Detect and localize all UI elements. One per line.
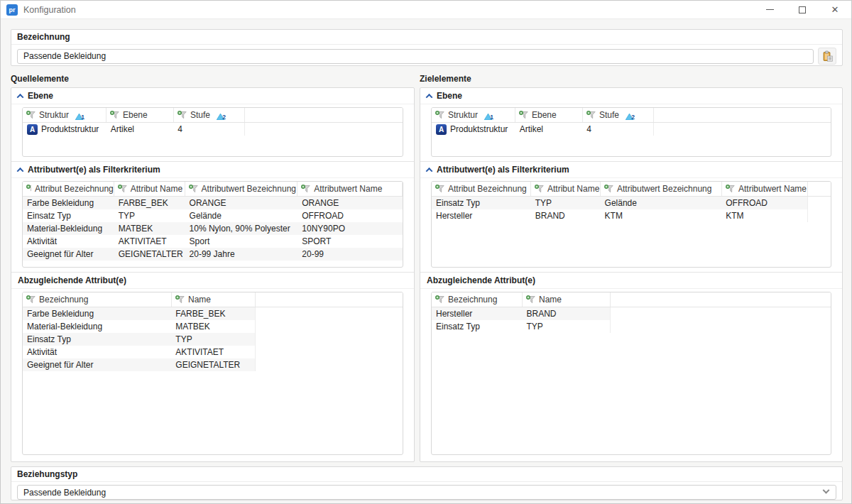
- column-header-attribut-name[interactable]: Attribut Name: [531, 182, 601, 196]
- column-header-attributwert-bezeichnung[interactable]: Attributwert Bezeichnung: [185, 182, 298, 196]
- source-panel: Ebene Struktur 1 Ebene: [11, 87, 415, 462]
- section-title: Abzugleichende Attribut(e): [18, 275, 126, 285]
- bezeichnung-groupbox: Bezeichnung Passende Bekleidung: [11, 29, 843, 66]
- section-title: Abzugleichende Attribut(e): [427, 275, 535, 285]
- column-label: Attributwert Name: [738, 184, 807, 194]
- filter-add-icon[interactable]: [526, 295, 535, 304]
- cell: KTM: [601, 211, 722, 221]
- column-header-ebene[interactable]: Ebene: [106, 108, 174, 122]
- column-label: Attribut Name: [131, 184, 182, 194]
- section-title: Ebene: [28, 91, 53, 101]
- table-row[interactable]: AProduktstruktur Artikel 4: [23, 123, 244, 136]
- paste-translation-button[interactable]: [818, 48, 836, 65]
- filter-add-icon[interactable]: [26, 185, 31, 193]
- cell: Geeignet für Alter: [23, 249, 114, 259]
- table-row[interactable]: AProduktstruktur Artikel 4: [432, 123, 653, 136]
- close-button[interactable]: ✕: [819, 1, 851, 18]
- beziehungstyp-label: Beziehungstyp: [11, 467, 842, 482]
- table-row[interactable]: Geeignet für Alter GEIGNETALTER 20-99 Ja…: [23, 248, 403, 261]
- column-label: Ebene: [532, 110, 557, 120]
- source-filter-header[interactable]: Attributwert(e) als Filterkriterium: [11, 162, 414, 178]
- filter-add-icon[interactable]: [435, 185, 444, 193]
- column-header-struktur[interactable]: Struktur 1: [23, 108, 106, 122]
- table-row[interactable]: Farbe Bekleidung FARBE_BEK ORANGE ORANGE: [23, 197, 403, 209]
- bezeichnung-input[interactable]: Passende Bekleidung: [17, 49, 814, 64]
- column-header-attributwert-name[interactable]: Attributwert Name: [722, 182, 808, 196]
- target-ebene-header[interactable]: Ebene: [420, 88, 842, 104]
- table-row[interactable]: Einsatz Typ TYP: [23, 333, 255, 346]
- cell: BRAND: [531, 211, 601, 221]
- minimize-button[interactable]: [753, 1, 786, 18]
- cell: 10NY90PO: [297, 224, 403, 234]
- filter-add-icon[interactable]: [435, 111, 444, 119]
- cell: SPORT: [297, 236, 403, 246]
- column-label: Bezeichnung: [39, 295, 88, 305]
- filter-add-icon[interactable]: [586, 111, 596, 119]
- column-label: Ebene: [123, 110, 148, 120]
- cell: Material-Bekleidung: [23, 322, 171, 332]
- column-header-attributwert-name[interactable]: Attributwert Name: [297, 182, 403, 196]
- table-row[interactable]: Einsatz Typ TYP: [432, 320, 610, 333]
- column-header-stufe[interactable]: Stufe 2: [583, 108, 654, 122]
- source-filter-table: Attribut Bezeichnung Attribut Name Attri…: [22, 181, 403, 268]
- table-row[interactable]: Einsatz Typ TYP Gelände OFFROAD: [432, 197, 807, 209]
- cell: Einsatz Typ: [23, 211, 114, 221]
- window-title: Konfiguration: [23, 5, 76, 15]
- filter-add-icon[interactable]: [26, 295, 36, 304]
- table-row[interactable]: Aktivität AKTIVITAET: [23, 346, 255, 358]
- chevron-down-icon: [823, 487, 830, 494]
- source-section-filter: Attributwert(e) als Filterkriterium Attr…: [11, 161, 414, 272]
- source-ebene-header[interactable]: Ebene: [11, 88, 414, 104]
- column-label: Struktur: [448, 110, 478, 120]
- column-header-stufe[interactable]: Stufe 2: [174, 108, 245, 122]
- column-header-attribut-bezeichnung[interactable]: Attribut Bezeichnung: [432, 182, 531, 196]
- cell-struktur: Produktstruktur: [41, 124, 99, 134]
- filter-add-icon[interactable]: [110, 111, 119, 119]
- cell: Hersteller: [432, 309, 522, 319]
- column-header-struktur[interactable]: Struktur 1: [432, 108, 515, 122]
- filter-add-icon[interactable]: [178, 111, 187, 119]
- title-bar: pr Konfiguration ✕: [1, 1, 851, 19]
- column-header-bezeichnung[interactable]: Bezeichnung: [432, 292, 523, 307]
- maximize-button[interactable]: [786, 1, 819, 18]
- table-row[interactable]: Farbe Bekleidung FARBE_BEK: [23, 307, 255, 320]
- filter-add-icon[interactable]: [726, 185, 735, 193]
- filter-add-icon[interactable]: [535, 185, 544, 193]
- column-header-ebene[interactable]: Ebene: [515, 108, 583, 122]
- cell: Einsatz Typ: [432, 198, 531, 208]
- cell: Aktivität: [23, 347, 171, 357]
- filter-add-icon[interactable]: [118, 185, 127, 193]
- beziehungstyp-select[interactable]: Passende Bekleidung: [17, 485, 836, 500]
- table-row[interactable]: Hersteller BRAND KTM KTM: [432, 209, 807, 222]
- cell: Gelände: [601, 198, 722, 208]
- source-section-match: Abzugleichende Attribut(e) Bezeichnung N…: [11, 272, 414, 461]
- cell: ORANGE: [185, 198, 298, 208]
- filter-add-icon[interactable]: [435, 295, 444, 304]
- table-row[interactable]: Einsatz Typ TYP Gelände OFFROAD: [23, 209, 403, 222]
- filter-add-icon[interactable]: [301, 185, 310, 193]
- table-row[interactable]: Material-Bekleidung MATBEK 10% Nylon, 90…: [23, 222, 403, 235]
- column-header-attribut-bezeichnung[interactable]: Attribut Bezeichnung: [23, 182, 114, 196]
- cell: GEIGNETALTER: [114, 249, 185, 259]
- table-row[interactable]: Geeignet für Alter GEIGNETALTER: [23, 358, 255, 371]
- column-header-bezeichnung[interactable]: Bezeichnung: [23, 292, 172, 307]
- source-section-ebene: Ebene Struktur 1 Ebene: [11, 88, 414, 161]
- column-header-attributwert-bezeichnung[interactable]: Attributwert Bezeichnung: [601, 182, 722, 196]
- filter-add-icon[interactable]: [604, 185, 613, 193]
- cell: Einsatz Typ: [23, 334, 171, 344]
- target-filter-header[interactable]: Attributwert(e) als Filterkriterium: [420, 162, 842, 178]
- column-header-name[interactable]: Name: [523, 292, 611, 307]
- cell: OFFROAD: [297, 211, 403, 221]
- filter-add-icon[interactable]: [519, 111, 528, 119]
- table-row[interactable]: Aktivität AKTIVITAET Sport SPORT: [23, 235, 403, 248]
- column-label: Attributwert Bezeichnung: [617, 184, 711, 194]
- column-header-attribut-name[interactable]: Attribut Name: [114, 182, 185, 196]
- minimize-icon: [766, 9, 774, 10]
- table-row[interactable]: Material-Bekleidung MATBEK: [23, 320, 255, 333]
- filter-add-icon[interactable]: [26, 111, 36, 119]
- filter-add-icon[interactable]: [175, 295, 185, 304]
- table-row[interactable]: Hersteller BRAND: [432, 307, 610, 320]
- filter-add-icon[interactable]: [189, 185, 198, 193]
- column-header-name[interactable]: Name: [172, 292, 256, 307]
- cell: TYP: [531, 198, 601, 208]
